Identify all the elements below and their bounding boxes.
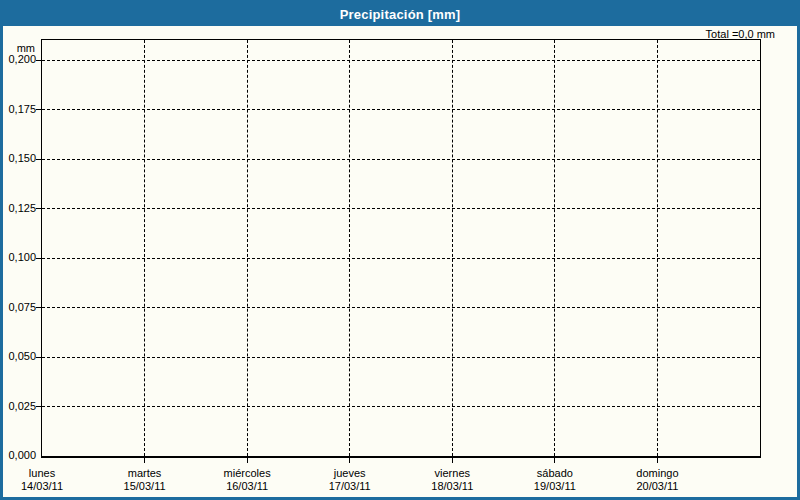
x-date-label: 14/03/11 [21,480,63,493]
x-axis-tick [144,458,145,463]
y-tick-label: 0,000 [3,449,36,462]
chart-window: Precipitación [mm] Total =0,0 mm mm 0,20… [0,0,800,500]
x-tick-label: lunes14/03/11 [21,467,63,493]
y-tick-label: 0,100 [3,251,36,264]
x-date-label: 19/03/11 [534,480,576,493]
v-gridline [554,40,555,456]
h-gridline [42,357,760,358]
x-date-label: 18/03/11 [431,480,473,493]
x-day-label: martes [124,467,166,480]
h-gridline [42,258,760,259]
x-date-label: 16/03/11 [224,480,271,493]
chart-region: Total =0,0 mm mm 0,2000,1750,1500,1250,1… [3,3,797,497]
x-day-label: miércoles [224,467,271,480]
y-axis-tick [36,208,41,209]
x-day-label: lunes [21,467,63,480]
y-axis-tick [36,307,41,308]
x-date-label: 20/03/11 [636,480,678,493]
x-tick-label: sábado19/03/11 [534,467,576,493]
h-gridline [42,109,760,110]
h-gridline [42,307,760,308]
v-gridline [349,40,350,456]
y-tick-label: 0,050 [3,350,36,363]
x-date-label: 17/03/11 [329,480,371,493]
x-axis-tick [554,458,555,463]
y-tick-label: 0,200 [3,53,36,66]
h-gridline [42,159,760,160]
x-axis-tick [247,458,248,463]
y-axis-tick [36,357,41,358]
plot-area [41,39,761,458]
x-tick-label: martes15/03/11 [124,467,166,493]
h-gridline [42,60,760,61]
y-tick-label: 0,175 [3,103,36,116]
x-axis-tick [349,458,350,463]
v-gridline [144,40,145,456]
x-tick-label: miércoles16/03/11 [224,467,271,493]
y-axis-tick [36,109,41,110]
y-tick-label: 0,150 [3,152,36,165]
x-tick-label: domingo20/03/11 [636,467,678,493]
x-tick-label: viernes18/03/11 [431,467,473,493]
h-gridline [42,406,760,407]
x-axis-tick [657,458,658,463]
v-gridline [657,40,658,456]
x-day-label: jueves [329,467,371,480]
x-tick-label: jueves17/03/11 [329,467,371,493]
h-gridline [42,208,760,209]
x-day-label: domingo [636,467,678,480]
y-tick-label: 0,125 [3,202,36,215]
y-axis-tick [36,258,41,259]
v-gridline [452,40,453,456]
x-date-label: 15/03/11 [124,480,166,493]
y-tick-label: 0,025 [3,400,36,413]
x-day-label: viernes [431,467,473,480]
v-gridline [247,40,248,456]
x-day-label: sábado [534,467,576,480]
y-axis-tick [36,406,41,407]
y-axis-tick [36,60,41,61]
y-axis-tick [36,159,41,160]
x-axis-tick [452,458,453,463]
y-tick-label: 0,075 [3,301,36,314]
